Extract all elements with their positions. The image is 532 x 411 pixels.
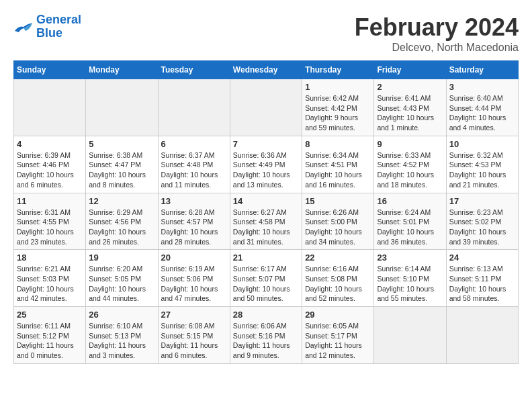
calendar-cell: 27Sunrise: 6:08 AMSunset: 5:15 PMDayligh… bbox=[158, 307, 230, 364]
day-info: Sunrise: 6:16 AMSunset: 5:08 PMDaylight:… bbox=[305, 264, 371, 304]
weekday-header: Monday bbox=[86, 61, 158, 79]
calendar-cell: 2Sunrise: 6:41 AMSunset: 4:43 PMDaylight… bbox=[374, 79, 446, 136]
calendar-week-row: 1Sunrise: 6:42 AMSunset: 4:42 PMDaylight… bbox=[14, 79, 519, 136]
calendar-cell bbox=[158, 79, 230, 136]
calendar-cell: 11Sunrise: 6:31 AMSunset: 4:55 PMDayligh… bbox=[14, 193, 86, 250]
calendar-cell: 14Sunrise: 6:27 AMSunset: 4:58 PMDayligh… bbox=[230, 193, 302, 250]
day-number: 14 bbox=[233, 196, 299, 206]
calendar-cell: 1Sunrise: 6:42 AMSunset: 4:42 PMDaylight… bbox=[302, 79, 374, 136]
day-info: Sunrise: 6:14 AMSunset: 5:10 PMDaylight:… bbox=[377, 264, 443, 304]
calendar-cell: 12Sunrise: 6:29 AMSunset: 4:56 PMDayligh… bbox=[86, 193, 158, 250]
weekday-header: Thursday bbox=[302, 61, 374, 79]
weekday-header: Tuesday bbox=[158, 61, 230, 79]
calendar-cell: 15Sunrise: 6:26 AMSunset: 5:00 PMDayligh… bbox=[302, 193, 374, 250]
day-number: 13 bbox=[161, 196, 227, 206]
calendar-cell: 29Sunrise: 6:05 AMSunset: 5:17 PMDayligh… bbox=[302, 307, 374, 364]
calendar-cell: 10Sunrise: 6:32 AMSunset: 4:53 PMDayligh… bbox=[446, 136, 518, 193]
bird-icon bbox=[13, 19, 34, 35]
day-info: Sunrise: 6:21 AMSunset: 5:03 PMDaylight:… bbox=[17, 264, 83, 304]
logo: General Blue bbox=[13, 13, 81, 40]
calendar-cell: 28Sunrise: 6:06 AMSunset: 5:16 PMDayligh… bbox=[230, 307, 302, 364]
calendar-cell: 9Sunrise: 6:33 AMSunset: 4:52 PMDaylight… bbox=[374, 136, 446, 193]
day-number: 22 bbox=[305, 253, 371, 263]
logo-text: General Blue bbox=[36, 13, 81, 40]
calendar-cell: 23Sunrise: 6:14 AMSunset: 5:10 PMDayligh… bbox=[374, 250, 446, 307]
day-info: Sunrise: 6:08 AMSunset: 5:15 PMDaylight:… bbox=[161, 321, 227, 361]
calendar-week-row: 4Sunrise: 6:39 AMSunset: 4:46 PMDaylight… bbox=[14, 136, 519, 193]
day-number: 8 bbox=[305, 139, 371, 149]
day-info: Sunrise: 6:42 AMSunset: 4:42 PMDaylight:… bbox=[305, 93, 371, 133]
title-area: February 2024 Delcevo, North Macedonia bbox=[355, 13, 519, 54]
day-info: Sunrise: 6:26 AMSunset: 5:00 PMDaylight:… bbox=[305, 208, 371, 247]
day-info: Sunrise: 6:11 AMSunset: 5:12 PMDaylight:… bbox=[17, 321, 83, 361]
calendar-cell: 13Sunrise: 6:28 AMSunset: 4:57 PMDayligh… bbox=[158, 193, 230, 250]
calendar-cell: 20Sunrise: 6:19 AMSunset: 5:06 PMDayligh… bbox=[158, 250, 230, 307]
day-number: 18 bbox=[17, 253, 83, 263]
calendar-cell: 18Sunrise: 6:21 AMSunset: 5:03 PMDayligh… bbox=[14, 250, 86, 307]
calendar-cell: 21Sunrise: 6:17 AMSunset: 5:07 PMDayligh… bbox=[230, 250, 302, 307]
weekday-header-row: SundayMondayTuesdayWednesdayThursdayFrid… bbox=[14, 61, 519, 79]
weekday-header: Friday bbox=[374, 61, 446, 79]
day-number: 9 bbox=[377, 139, 443, 149]
weekday-header: Saturday bbox=[446, 61, 518, 79]
day-number: 17 bbox=[449, 196, 515, 206]
day-number: 1 bbox=[305, 82, 371, 92]
day-info: Sunrise: 6:24 AMSunset: 5:01 PMDaylight:… bbox=[377, 208, 443, 247]
calendar-cell: 19Sunrise: 6:20 AMSunset: 5:05 PMDayligh… bbox=[86, 250, 158, 307]
calendar-cell: 17Sunrise: 6:23 AMSunset: 5:02 PMDayligh… bbox=[446, 193, 518, 250]
calendar-week-row: 25Sunrise: 6:11 AMSunset: 5:12 PMDayligh… bbox=[14, 307, 519, 364]
day-info: Sunrise: 6:29 AMSunset: 4:56 PMDaylight:… bbox=[89, 208, 154, 247]
day-number: 6 bbox=[161, 139, 227, 149]
day-number: 11 bbox=[17, 196, 83, 206]
calendar-cell bbox=[14, 79, 86, 136]
calendar-cell: 26Sunrise: 6:10 AMSunset: 5:13 PMDayligh… bbox=[86, 307, 158, 364]
day-info: Sunrise: 6:41 AMSunset: 4:43 PMDaylight:… bbox=[377, 93, 443, 133]
calendar-cell: 22Sunrise: 6:16 AMSunset: 5:08 PMDayligh… bbox=[302, 250, 374, 307]
day-info: Sunrise: 6:38 AMSunset: 4:47 PMDaylight:… bbox=[89, 150, 154, 190]
day-number: 10 bbox=[449, 139, 515, 149]
day-number: 16 bbox=[377, 196, 443, 206]
day-info: Sunrise: 6:31 AMSunset: 4:55 PMDaylight:… bbox=[17, 208, 83, 247]
month-title: February 2024 bbox=[355, 13, 519, 42]
day-info: Sunrise: 6:39 AMSunset: 4:46 PMDaylight:… bbox=[17, 150, 83, 190]
day-number: 7 bbox=[233, 139, 299, 149]
day-number: 20 bbox=[161, 253, 227, 263]
calendar-cell bbox=[374, 307, 446, 364]
day-number: 26 bbox=[89, 310, 154, 320]
day-number: 27 bbox=[161, 310, 227, 320]
calendar-cell: 8Sunrise: 6:34 AMSunset: 4:51 PMDaylight… bbox=[302, 136, 374, 193]
day-number: 23 bbox=[377, 253, 443, 263]
calendar-week-row: 18Sunrise: 6:21 AMSunset: 5:03 PMDayligh… bbox=[14, 250, 519, 307]
day-info: Sunrise: 6:36 AMSunset: 4:49 PMDaylight:… bbox=[233, 150, 299, 190]
day-number: 12 bbox=[89, 196, 154, 206]
day-info: Sunrise: 6:32 AMSunset: 4:53 PMDaylight:… bbox=[449, 150, 515, 190]
calendar-cell bbox=[230, 79, 302, 136]
calendar-cell: 6Sunrise: 6:37 AMSunset: 4:48 PMDaylight… bbox=[158, 136, 230, 193]
calendar-cell: 25Sunrise: 6:11 AMSunset: 5:12 PMDayligh… bbox=[14, 307, 86, 364]
day-info: Sunrise: 6:10 AMSunset: 5:13 PMDaylight:… bbox=[89, 321, 154, 361]
day-info: Sunrise: 6:13 AMSunset: 5:11 PMDaylight:… bbox=[449, 264, 515, 304]
day-number: 21 bbox=[233, 253, 299, 263]
day-info: Sunrise: 6:06 AMSunset: 5:16 PMDaylight:… bbox=[233, 321, 299, 361]
day-info: Sunrise: 6:27 AMSunset: 4:58 PMDaylight:… bbox=[233, 208, 299, 247]
day-number: 25 bbox=[17, 310, 83, 320]
day-number: 4 bbox=[17, 139, 83, 149]
day-number: 28 bbox=[233, 310, 299, 320]
calendar-body: 1Sunrise: 6:42 AMSunset: 4:42 PMDaylight… bbox=[14, 79, 519, 364]
day-number: 19 bbox=[89, 253, 154, 263]
logo-blue: Blue bbox=[36, 26, 62, 40]
logo-general: General bbox=[36, 13, 81, 26]
day-info: Sunrise: 6:17 AMSunset: 5:07 PMDaylight:… bbox=[233, 264, 299, 304]
location-title: Delcevo, North Macedonia bbox=[355, 42, 519, 54]
day-info: Sunrise: 6:34 AMSunset: 4:51 PMDaylight:… bbox=[305, 150, 371, 190]
day-info: Sunrise: 6:37 AMSunset: 4:48 PMDaylight:… bbox=[161, 150, 227, 190]
day-number: 24 bbox=[449, 253, 515, 263]
calendar-cell bbox=[446, 307, 518, 364]
day-number: 3 bbox=[449, 82, 515, 92]
day-number: 2 bbox=[377, 82, 443, 92]
calendar-cell: 3Sunrise: 6:40 AMSunset: 4:44 PMDaylight… bbox=[446, 79, 518, 136]
day-info: Sunrise: 6:23 AMSunset: 5:02 PMDaylight:… bbox=[449, 208, 515, 247]
day-info: Sunrise: 6:20 AMSunset: 5:05 PMDaylight:… bbox=[89, 264, 154, 304]
weekday-header: Sunday bbox=[14, 61, 86, 79]
calendar-cell: 5Sunrise: 6:38 AMSunset: 4:47 PMDaylight… bbox=[86, 136, 158, 193]
